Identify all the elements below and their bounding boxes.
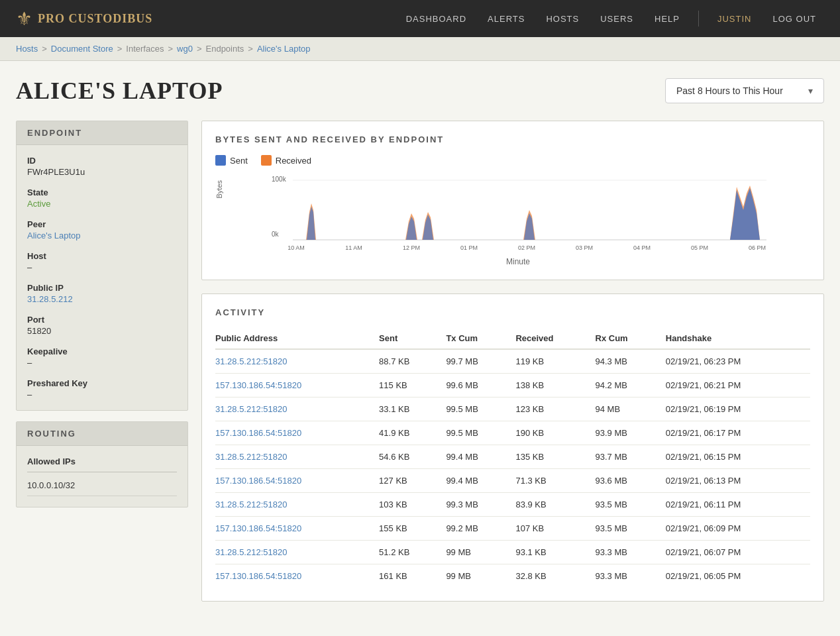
cell-tx-cum: 99.2 MB xyxy=(446,517,515,541)
logo-icon: ⚜ xyxy=(16,8,32,30)
cell-received: 32.8 KB xyxy=(515,564,595,588)
nav-dashboard[interactable]: DASHBOARD xyxy=(398,9,474,29)
field-preshared-key-value: – xyxy=(27,390,177,399)
cell-handshake: 02/19/21, 06:13 PM xyxy=(666,469,810,493)
field-public-ip-label: Public IP xyxy=(27,283,177,293)
address-link[interactable]: 157.130.186.54:51820 xyxy=(215,380,301,390)
address-link[interactable]: 157.130.186.54:51820 xyxy=(215,523,301,533)
cell-received: 107 KB xyxy=(515,517,595,541)
field-peer-value[interactable]: Alice's Laptop xyxy=(27,231,177,240)
endpoint-card-body: ID FWr4PLE3U1u State Active Peer Alice's… xyxy=(17,145,187,410)
field-port: Port 51820 xyxy=(27,315,177,336)
breadcrumb-sep-3: > xyxy=(168,44,173,54)
field-preshared-key: Preshared Key – xyxy=(27,378,177,399)
nav-hosts[interactable]: HOSTS xyxy=(538,9,587,29)
cell-rx-cum: 93.9 MB xyxy=(596,421,666,445)
col-public-address: Public Address xyxy=(215,328,379,349)
address-link[interactable]: 31.28.5.212:51820 xyxy=(215,500,287,509)
col-received: Received xyxy=(515,328,595,349)
svg-text:100k: 100k xyxy=(272,176,287,183)
breadcrumb-document-store[interactable]: Document Store xyxy=(51,44,113,54)
cell-rx-cum: 94.2 MB xyxy=(596,374,666,398)
field-keepalive: Keepalive – xyxy=(27,346,177,368)
svg-marker-22 xyxy=(730,188,760,240)
address-link[interactable]: 31.28.5.212:51820 xyxy=(215,356,287,366)
legend-sent-label: Sent xyxy=(230,156,248,166)
cell-handshake: 02/19/21, 06:15 PM xyxy=(666,445,810,469)
cell-received: 190 KB xyxy=(515,421,595,445)
cell-handshake: 02/19/21, 06:11 PM xyxy=(666,493,810,517)
field-keepalive-value: – xyxy=(27,358,177,368)
field-preshared-key-label: Preshared Key xyxy=(27,378,177,388)
legend-received-label: Received xyxy=(276,156,311,166)
cell-handshake: 02/19/21, 06:17 PM xyxy=(666,421,810,445)
activity-table: Public Address Sent Tx Cum Received Rx C… xyxy=(215,328,810,588)
chevron-down-icon: ▾ xyxy=(808,85,813,96)
svg-text:06 PM: 06 PM xyxy=(749,244,766,251)
cell-rx-cum: 93.6 MB xyxy=(596,469,666,493)
cell-sent: 41.9 KB xyxy=(379,421,446,445)
address-link[interactable]: 31.28.5.212:51820 xyxy=(215,404,287,414)
left-panel: ENDPOINT ID FWr4PLE3U1u State Active Pee… xyxy=(16,121,188,602)
cell-rx-cum: 93.7 MB xyxy=(596,445,666,469)
cell-tx-cum: 99.4 MB xyxy=(446,445,515,469)
cell-rx-cum: 94 MB xyxy=(596,398,666,421)
x-axis-label: Minute xyxy=(226,257,810,266)
table-row: 157.130.186.54:51820 115 KB 99.6 MB 138 … xyxy=(215,374,810,398)
cell-tx-cum: 99.5 MB xyxy=(446,421,515,445)
legend-received: Received xyxy=(261,155,311,166)
nav-help[interactable]: HELP xyxy=(647,9,688,29)
table-row: 31.28.5.212:51820 88.7 KB 99.7 MB 119 KB… xyxy=(215,349,810,374)
breadcrumb-hosts[interactable]: Hosts xyxy=(16,44,38,54)
field-state: State Active xyxy=(27,187,177,209)
cell-received: 138 KB xyxy=(515,374,595,398)
time-selector-label: Past 8 Hours to This Hour xyxy=(676,85,783,96)
breadcrumb-current: Alice's Laptop xyxy=(257,44,311,54)
chart-title: BYTES SENT AND RECEIVED BY ENDPOINT xyxy=(215,134,810,144)
table-row: 157.130.186.54:51820 127 KB 99.4 MB 71.3… xyxy=(215,469,810,493)
address-link[interactable]: 31.28.5.212:51820 xyxy=(215,452,287,462)
cell-received: 71.3 KB xyxy=(515,469,595,493)
table-row: 157.130.186.54:51820 41.9 KB 99.5 MB 190… xyxy=(215,421,810,445)
endpoint-card: ENDPOINT ID FWr4PLE3U1u State Active Pee… xyxy=(16,121,188,411)
cell-tx-cum: 99 MB xyxy=(446,564,515,588)
right-panel: BYTES SENT AND RECEIVED BY ENDPOINT Sent… xyxy=(201,121,824,602)
cell-rx-cum: 94.3 MB xyxy=(596,349,666,374)
svg-text:02 PM: 02 PM xyxy=(518,244,535,251)
logo[interactable]: ⚜ PRO CUSTODIBUS xyxy=(16,8,152,30)
field-id: ID FWr4PLE3U1u xyxy=(27,156,177,177)
allowed-ip-item: 10.0.0.10/32 xyxy=(27,475,177,496)
content-grid: ENDPOINT ID FWr4PLE3U1u State Active Pee… xyxy=(16,121,824,602)
field-public-ip-value[interactable]: 31.28.5.212 xyxy=(27,294,177,304)
address-link[interactable]: 157.130.186.54:51820 xyxy=(215,571,301,581)
chart-svg-container: 100k 0k 10 AM 11 AM 12 PM 01 PM 02 PM xyxy=(226,174,810,266)
table-row: 31.28.5.212:51820 51.2 KB 99 MB 93.1 KB … xyxy=(215,541,810,564)
address-link[interactable]: 31.28.5.212:51820 xyxy=(215,547,287,557)
cell-tx-cum: 99.6 MB xyxy=(446,374,515,398)
cell-sent: 161 KB xyxy=(379,564,446,588)
nav-alerts[interactable]: ALERTS xyxy=(480,9,533,29)
breadcrumb-wg0[interactable]: wg0 xyxy=(177,44,193,54)
time-selector[interactable]: Past 8 Hours to This Hour ▾ xyxy=(665,78,824,103)
routing-card-body: Allowed IPs 10.0.0.10/32 xyxy=(17,446,187,507)
cell-sent: 88.7 KB xyxy=(379,349,446,374)
svg-text:03 PM: 03 PM xyxy=(576,244,593,251)
address-link[interactable]: 157.130.186.54:51820 xyxy=(215,476,301,486)
field-peer: Peer Alice's Laptop xyxy=(27,219,177,240)
cell-handshake: 02/19/21, 06:05 PM xyxy=(666,564,810,588)
field-id-value: FWr4PLE3U1u xyxy=(27,167,177,177)
y-axis-label: Bytes xyxy=(215,180,223,199)
legend-sent: Sent xyxy=(215,155,248,166)
activity-card: ACTIVITY Public Address Sent Tx Cum Rece… xyxy=(201,293,824,602)
cell-sent: 103 KB xyxy=(379,493,446,517)
address-link[interactable]: 157.130.186.54:51820 xyxy=(215,428,301,438)
svg-text:01 PM: 01 PM xyxy=(460,244,478,251)
cell-rx-cum: 93.3 MB xyxy=(596,564,666,588)
cell-tx-cum: 99.3 MB xyxy=(446,493,515,517)
field-keepalive-label: Keepalive xyxy=(27,346,177,356)
nav-user[interactable]: JUSTIN xyxy=(709,9,760,29)
breadcrumb-sep-4: > xyxy=(197,44,202,54)
nav-logout[interactable]: LOG OUT xyxy=(764,9,824,29)
nav-users[interactable]: USERS xyxy=(592,9,641,29)
breadcrumb: Hosts > Document Store > Interfaces > wg… xyxy=(0,37,840,61)
